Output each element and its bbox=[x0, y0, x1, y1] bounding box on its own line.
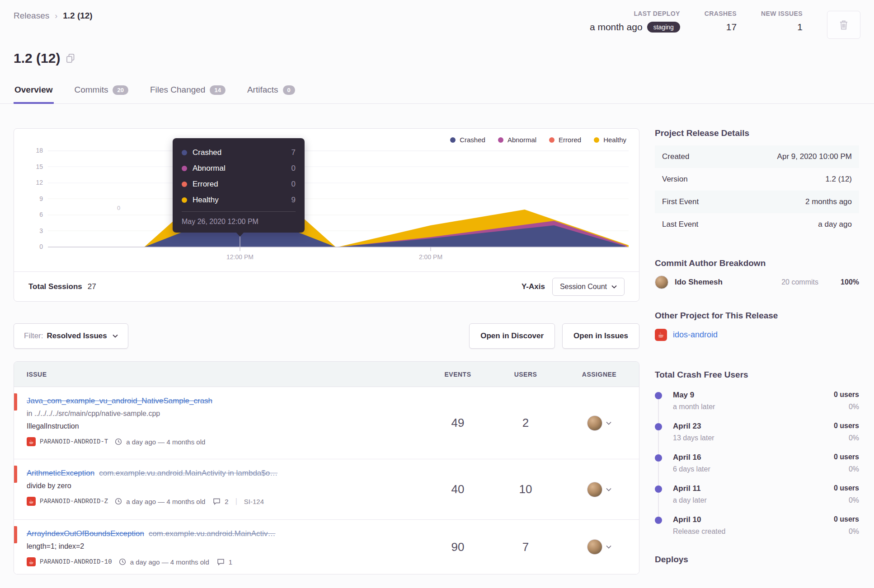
legend-item-healthy[interactable]: Healthy bbox=[594, 136, 626, 144]
other-project-row: ☕ idos-android bbox=[655, 329, 859, 341]
yaxis-label: Y-Axis bbox=[522, 282, 545, 291]
legend-item-errored[interactable]: Errored bbox=[549, 136, 581, 144]
clock-icon bbox=[115, 498, 122, 505]
other-project-link[interactable]: idos-android bbox=[673, 330, 718, 340]
timeline-users: 0 users bbox=[834, 391, 859, 399]
column-issue: ISSUE bbox=[14, 371, 424, 378]
issue-events-count: 49 bbox=[424, 387, 492, 459]
project-slug-link[interactable]: PARANOID-ANDROID-T bbox=[40, 438, 108, 445]
issues-toolbar: Filter: Resolved Issues Open in Discover… bbox=[14, 323, 639, 349]
list-item: April 11 a day later 0 users 0% bbox=[655, 484, 859, 504]
open-in-discover-button[interactable]: Open in Discover bbox=[469, 323, 555, 349]
details-section-title: Project Release Details bbox=[655, 128, 859, 138]
tab-commits[interactable]: Commits 20 bbox=[74, 79, 129, 104]
timeline-percent: 0% bbox=[834, 527, 859, 536]
release-sidebar: Project Release Details Created Apr 9, 2… bbox=[655, 128, 859, 565]
detail-value: Apr 9, 2020 10:00 PM bbox=[777, 152, 852, 161]
issue-culprit-link[interactable]: com.example.vu.android.MainActivity in l… bbox=[99, 469, 277, 477]
chart-tooltip: Crashed 7 Abnormal 0 Errored 0 Healthy 9… bbox=[173, 138, 305, 233]
issue-title-link[interactable]: ArithmeticException bbox=[27, 469, 94, 477]
filter-label: Filter: bbox=[24, 331, 43, 341]
detail-row-first-event: First Event 2 months ago bbox=[655, 191, 859, 213]
detail-row-created: Created Apr 9, 2020 10:00 PM bbox=[655, 145, 859, 168]
issue-title-link[interactable]: ArrayIndexOutOfBoundsException bbox=[27, 529, 144, 538]
crashes-value: 17 bbox=[705, 22, 737, 33]
crashes-label: CRASHES bbox=[705, 10, 737, 17]
issue-culprit-link[interactable]: com.example.vu.android.MainActiv… bbox=[149, 529, 276, 538]
issue-users-count: 10 bbox=[492, 459, 559, 519]
detail-label: Last Event bbox=[662, 220, 698, 229]
issue-culprit: divide by zero bbox=[27, 480, 419, 491]
tooltip-crashed-label: Crashed bbox=[193, 148, 221, 157]
assignee-avatar[interactable] bbox=[587, 415, 602, 431]
legend-item-abnormal[interactable]: Abnormal bbox=[498, 136, 536, 144]
issues-table-header: ISSUE EVENTS USERS ASSIGNEE bbox=[14, 362, 639, 387]
errored-dot-icon bbox=[549, 137, 554, 143]
issue-location: in ../../../../src/main/cpp/native-sampl… bbox=[27, 408, 419, 419]
table-row: ArrayIndexOutOfBoundsExceptioncom.exampl… bbox=[14, 520, 639, 574]
detail-value: a day ago bbox=[818, 220, 852, 229]
legend-errored-label: Errored bbox=[559, 136, 581, 144]
tab-files-changed[interactable]: Files Changed 14 bbox=[149, 79, 226, 104]
project-slug-link[interactable]: PARANOID-ANDROID-10 bbox=[40, 558, 112, 565]
delete-release-button[interactable] bbox=[827, 11, 860, 39]
tab-artifacts[interactable]: Artifacts 0 bbox=[246, 79, 296, 104]
issue-age: a day ago — 4 months old bbox=[126, 498, 205, 505]
timeline-percent: 0% bbox=[834, 434, 859, 442]
tab-files-changed-badge: 14 bbox=[210, 85, 225, 95]
tab-artifacts-label: Artifacts bbox=[247, 85, 278, 95]
tab-commits-badge: 20 bbox=[113, 85, 128, 95]
other-project-section-title: Other Project for This Release bbox=[655, 311, 859, 321]
tab-overview-label: Overview bbox=[14, 85, 53, 95]
open-in-issues-button[interactable]: Open in Issues bbox=[562, 323, 639, 349]
comments-icon bbox=[213, 498, 221, 505]
unhandled-indicator bbox=[14, 393, 17, 411]
last-deploy-label: LAST DEPLOY bbox=[590, 10, 680, 17]
release-details-table: Created Apr 9, 2020 10:00 PM Version 1.2… bbox=[655, 145, 859, 236]
issues-filter-dropdown[interactable]: Filter: Resolved Issues bbox=[14, 323, 128, 349]
timeline-dot-icon bbox=[655, 517, 662, 524]
legend-item-crashed[interactable]: Crashed bbox=[450, 136, 485, 144]
chart-point-label: 0 bbox=[117, 205, 120, 211]
assignee-avatar[interactable] bbox=[587, 482, 602, 497]
legend-crashed-label: Crashed bbox=[460, 136, 485, 144]
tooltip-abnormal-dot-icon bbox=[182, 166, 187, 171]
tooltip-healthy-dot-icon bbox=[182, 197, 187, 203]
clock-icon bbox=[115, 438, 122, 445]
yaxis-select-value: Session Count bbox=[560, 283, 607, 291]
project-slug-link[interactable]: PARANOID-ANDROID-Z bbox=[40, 498, 108, 505]
detail-row-version: Version 1.2 (12) bbox=[655, 168, 859, 191]
issue-events-count: 40 bbox=[424, 459, 492, 519]
timeline-dot-icon bbox=[655, 392, 662, 399]
tooltip-healthy-label: Healthy bbox=[193, 196, 219, 205]
assignee-avatar[interactable] bbox=[587, 539, 602, 555]
issue-events-count: 90 bbox=[424, 520, 492, 574]
project-avatar-icon: ☕ bbox=[27, 557, 36, 566]
timeline-date: April 11 bbox=[673, 484, 823, 493]
breadcrumb-releases-link[interactable]: Releases bbox=[14, 11, 49, 21]
table-row: ArithmeticExceptioncom.example.vu.androi… bbox=[14, 459, 639, 520]
crashed-dot-icon bbox=[450, 137, 456, 143]
copy-version-icon[interactable] bbox=[66, 54, 75, 63]
timeline-dot-icon bbox=[655, 485, 662, 493]
timeline-percent: 0% bbox=[834, 403, 859, 411]
tab-commits-label: Commits bbox=[75, 85, 108, 95]
issue-title-link[interactable]: Java_com_example_vu_android_NativeSample… bbox=[27, 397, 212, 405]
timeline-sub: a month later bbox=[673, 403, 823, 411]
tab-overview[interactable]: Overview bbox=[14, 79, 54, 104]
issue-comments-count: 1 bbox=[229, 558, 232, 566]
xtick-12pm: 12:00 PM bbox=[220, 253, 260, 261]
chevron-down-icon bbox=[113, 334, 118, 338]
issue-age: a day ago — 4 months old bbox=[126, 438, 205, 446]
stat-crashes: CRASHES 17 bbox=[705, 10, 737, 33]
page-title: 1.2 (12) bbox=[14, 51, 60, 66]
stacked-area-chart[interactable] bbox=[14, 129, 640, 273]
assignee-chevron-down-icon[interactable] bbox=[606, 545, 611, 549]
commit-authors-section-title: Commit Author Breakdown bbox=[655, 258, 859, 268]
assignee-chevron-down-icon[interactable] bbox=[606, 488, 611, 491]
assignee-chevron-down-icon[interactable] bbox=[606, 421, 611, 425]
chart-legend: Crashed Abnormal Errored Healthy bbox=[450, 136, 626, 144]
yaxis-select[interactable]: Session Count bbox=[552, 278, 625, 296]
crash-free-timeline: May 9 a month later 0 users 0% April 23 … bbox=[655, 391, 859, 536]
abnormal-dot-icon bbox=[498, 137, 503, 143]
